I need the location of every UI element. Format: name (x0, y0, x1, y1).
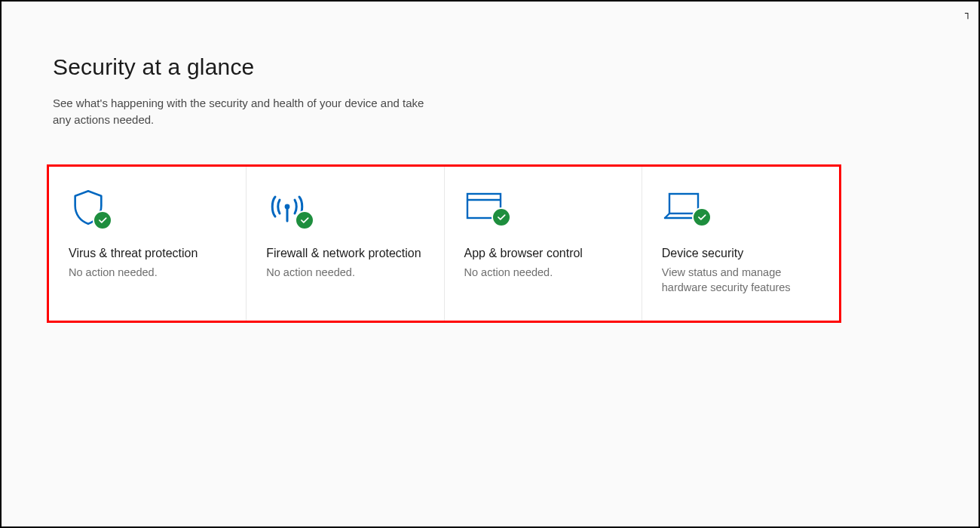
tile-firewall-network-protection[interactable]: Firewall & network protection No action … (247, 167, 444, 321)
status-ok-icon (492, 207, 511, 227)
tile-title: Firewall & network protection (266, 245, 427, 262)
tile-title: Device security (662, 245, 822, 262)
tile-device-security[interactable]: Device security View status and manage h… (642, 167, 839, 321)
antenna-icon (266, 188, 311, 230)
tile-title: Virus & threat protection (69, 245, 229, 262)
tile-app-browser-control[interactable]: App & browser control No action needed. (445, 167, 642, 321)
status-ok-icon (93, 210, 112, 230)
tile-desc: View status and manage hardware security… (662, 265, 822, 296)
security-tiles: Virus & threat protection No action need… (49, 167, 839, 321)
browser-icon (464, 188, 510, 230)
shield-icon (69, 188, 114, 230)
status-ok-icon (295, 210, 314, 230)
tile-desc: No action needed. (464, 265, 625, 280)
page-subtitle: See what's happening with the security a… (53, 95, 445, 128)
tile-title: App & browser control (464, 245, 625, 262)
tile-desc: No action needed. (266, 265, 427, 280)
laptop-icon (662, 188, 707, 230)
cursor-glyph: ┐ (965, 8, 971, 19)
tile-virus-threat-protection[interactable]: Virus & threat protection No action need… (49, 167, 247, 321)
tile-desc: No action needed. (69, 265, 229, 280)
page-title: Security at a glance (53, 54, 978, 80)
status-ok-icon (692, 207, 712, 227)
